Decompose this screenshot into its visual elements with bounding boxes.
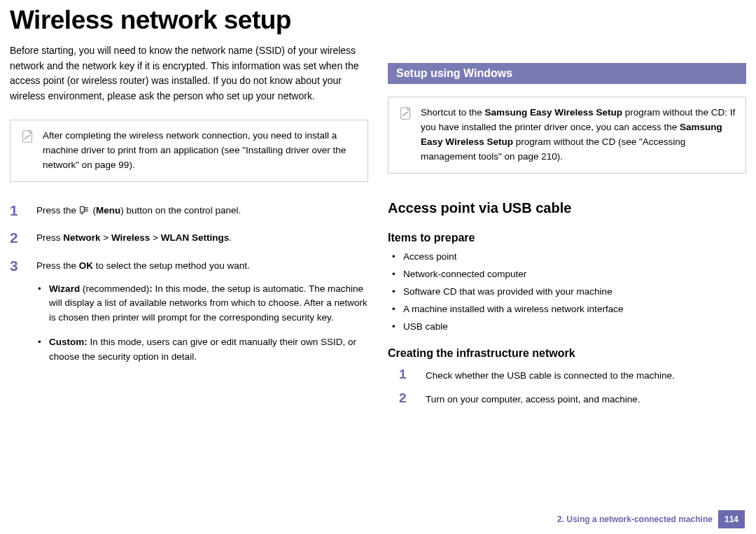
wizard-label: Wizard (49, 283, 80, 294)
items-list: Access point Network-connected computer … (388, 251, 746, 332)
step-1: 1 Press the (Menu) button on th (10, 202, 368, 220)
note-text-windows: Shortcut to the Samsung Easy Wireless Se… (421, 106, 736, 164)
footer-chapter: 2. Using a network-connected machine (552, 510, 718, 528)
right-column: Setup using Windows Shortcut to the Sams… (388, 43, 746, 414)
step-2-wireless: Wireless (111, 232, 150, 243)
infra-step-1: 1 Check whether the USB cable is connect… (399, 367, 746, 384)
section-heading-bar: Setup using Windows (388, 63, 746, 84)
step-2: 2 Press Network > Wireless > WLAN Settin… (10, 229, 368, 246)
step-1-text-post: ) button on the control panel. (120, 205, 241, 216)
step-3: 3 Press the OK to select the setup metho… (10, 257, 368, 375)
step-2-wlan: WLAN Settings (161, 232, 230, 243)
list-item: Access point (388, 251, 746, 262)
infra-step-1-text: Check whether the USB cable is connected… (426, 367, 675, 384)
step-2-pre: Press (36, 232, 63, 243)
items-to-prepare-heading: Items to prepare (388, 232, 746, 244)
list-item: Software CD that was provided with your … (388, 286, 746, 297)
note-text: After completing the wireless network co… (43, 129, 358, 173)
custom-desc: In this mode, users can give or edit man… (49, 337, 356, 362)
infra-step-2-text: Turn on your computer, access point, and… (426, 391, 640, 407)
step-3-pre: Press the (36, 260, 79, 271)
step-3-post: to select the setup method you want. (93, 260, 250, 271)
page-title: Wireless network setup (0, 0, 756, 43)
infra-step-2: 2 Turn on your computer, access point, a… (399, 391, 746, 407)
list-item: A machine installed with a wireless netw… (388, 304, 746, 314)
footer-page-number: 114 (718, 510, 745, 528)
intro-paragraph: Before starting, you will need to know t… (10, 43, 368, 104)
content-columns: Before starting, you will need to know t… (0, 43, 756, 414)
step-list-main: 1 Press the (Menu) button on th (10, 202, 368, 375)
note-box: After completing the wireless network co… (10, 120, 368, 182)
list-item: USB cable (388, 321, 746, 332)
custom-label: Custom (49, 337, 84, 347)
step-3-options: Wizard (recommended): In this mode, the … (36, 282, 368, 365)
step-3-ok: OK (79, 260, 93, 271)
step-number: 2 (399, 391, 416, 407)
left-column: Before starting, you will need to know t… (10, 43, 368, 414)
infra-step-list: 1 Check whether the USB cable is connect… (388, 367, 746, 407)
menu-icon (79, 205, 90, 220)
step-number: 2 (10, 229, 27, 246)
subsection-access-point: Access point via USB cable (388, 200, 746, 216)
list-item: Network-connected computer (388, 269, 746, 279)
note-icon (398, 106, 414, 121)
note-icon (20, 129, 36, 144)
creating-infrastructure-heading: Creating the infrastructure network (388, 347, 746, 360)
option-wizard: Wizard (recommended): In this mode, the … (36, 282, 368, 326)
step-number: 1 (399, 367, 416, 384)
step-2-network: Network (63, 232, 100, 243)
step-1-text-pre: Press the (36, 205, 79, 216)
step-number: 1 (10, 202, 27, 220)
step-number: 3 (10, 257, 27, 375)
step-1-menu-bold: Menu (96, 205, 120, 216)
svg-rect-1 (80, 206, 84, 212)
page-footer: 2. Using a network-connected machine 114 (552, 510, 745, 528)
note-box-windows: Shortcut to the Samsung Easy Wireless Se… (388, 97, 746, 174)
option-custom: Custom: In this mode, users can give or … (36, 335, 368, 365)
